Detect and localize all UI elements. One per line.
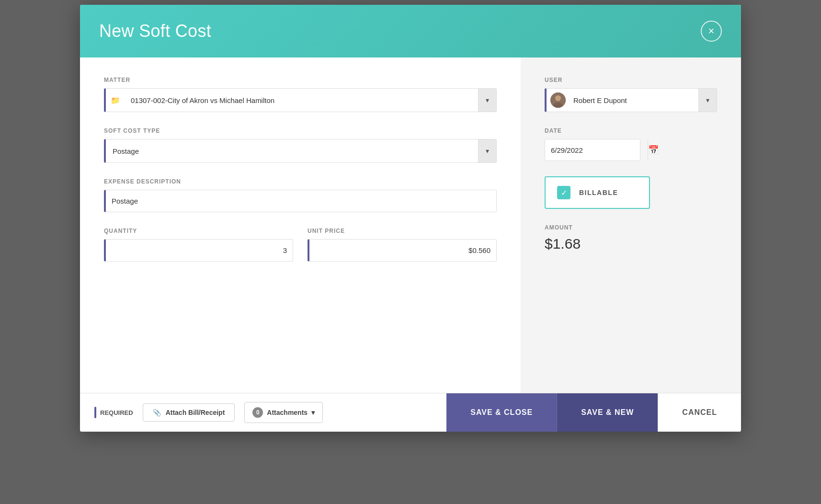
soft-cost-type-select[interactable]: Postage Copying Mileage Court Fees <box>106 140 478 162</box>
close-button[interactable]: × <box>701 21 722 42</box>
chevron-down-icon: ▾ <box>311 409 315 416</box>
date-field-group: DATE 📅 <box>545 127 717 161</box>
unit-price-label: UNIT PRICE <box>308 228 497 234</box>
modal-body: MATTER 📁 01307-002-City of Akron vs Mich… <box>80 57 741 393</box>
billable-label: BILLABLE <box>579 189 618 196</box>
date-input[interactable] <box>545 140 648 160</box>
soft-cost-type-label: SOFT COST TYPE <box>104 127 497 134</box>
user-field-group: USER Robert E Dupont ▾ <box>545 77 717 112</box>
matter-field-group: MATTER 📁 01307-002-City of Akron vs Mich… <box>104 77 497 112</box>
billable-checkmark: ✓ <box>557 186 570 199</box>
footer-right: SAVE & CLOSE SAVE & NEW CANCEL <box>446 393 741 432</box>
amount-value: $1.68 <box>545 236 717 252</box>
right-panel: USER Robert E Dupont ▾ <box>521 57 741 393</box>
modal-title: New Soft Cost <box>99 21 211 41</box>
footer-left: REQUIRED 📎 Attach Bill/Receipt 0 Attachm… <box>80 393 446 432</box>
attach-label: Attach Bill/Receipt <box>166 409 225 416</box>
left-panel: MATTER 📁 01307-002-City of Akron vs Mich… <box>80 57 521 393</box>
save-new-button[interactable]: SAVE & NEW <box>557 393 658 432</box>
matter-icon: 📁 <box>106 96 125 105</box>
user-select-wrapper: Robert E Dupont ▾ <box>545 88 717 112</box>
user-label: USER <box>545 77 717 83</box>
matter-select-wrapper: 📁 01307-002-City of Akron vs Michael Ham… <box>104 88 497 112</box>
attachments-button[interactable]: 0 Attachments ▾ <box>244 402 323 423</box>
matter-dropdown-arrow[interactable]: ▾ <box>478 89 496 112</box>
attachments-label: Attachments <box>267 409 308 416</box>
date-label: DATE <box>545 127 717 134</box>
matter-label: MATTER <box>104 77 497 83</box>
modal: New Soft Cost × MATTER 📁 01307-002-City … <box>80 5 741 432</box>
quantity-input-wrapper <box>104 239 293 262</box>
unit-price-input-wrapper <box>308 239 497 262</box>
billable-field-group: ✓ BILLABLE <box>545 176 717 209</box>
user-dropdown-arrow[interactable]: ▾ <box>698 89 717 112</box>
expense-description-input-wrapper <box>104 190 497 212</box>
paperclip-icon: 📎 <box>153 409 161 416</box>
required-label: REQUIRED <box>100 409 133 416</box>
modal-footer: REQUIRED 📎 Attach Bill/Receipt 0 Attachm… <box>80 393 741 432</box>
avatar <box>550 92 566 108</box>
expense-description-label: EXPENSE DESCRIPTION <box>104 178 497 185</box>
required-indicator-wrapper: REQUIRED <box>94 407 133 418</box>
quantity-input[interactable] <box>106 240 293 261</box>
quantity-label: QUANTITY <box>104 228 293 234</box>
attach-bill-button[interactable]: 📎 Attach Bill/Receipt <box>143 403 235 422</box>
unit-price-input[interactable] <box>309 240 496 261</box>
expense-description-field-group: EXPENSE DESCRIPTION <box>104 178 497 212</box>
quantity-field-group: QUANTITY <box>104 228 293 262</box>
date-wrapper: 📅 <box>545 139 640 161</box>
attachment-count: 0 <box>252 407 263 418</box>
modal-overlay: New Soft Cost × MATTER 📁 01307-002-City … <box>0 0 821 504</box>
amount-section: AMOUNT $1.68 <box>545 224 717 252</box>
unit-price-field-group: UNIT PRICE <box>308 228 497 262</box>
user-select[interactable]: Robert E Dupont <box>570 91 698 110</box>
save-close-button[interactable]: SAVE & CLOSE <box>446 393 557 432</box>
billable-checkbox-container[interactable]: ✓ BILLABLE <box>545 176 650 209</box>
expense-description-input[interactable] <box>106 190 496 212</box>
required-indicator <box>94 407 96 418</box>
cancel-button[interactable]: CANCEL <box>658 393 741 432</box>
calendar-button[interactable]: 📅 <box>648 139 659 160</box>
soft-cost-type-select-wrapper: Postage Copying Mileage Court Fees ▾ <box>104 139 497 163</box>
soft-cost-type-field-group: SOFT COST TYPE Postage Copying Mileage C… <box>104 127 497 163</box>
soft-cost-type-dropdown-arrow[interactable]: ▾ <box>478 139 496 162</box>
quantity-price-row: QUANTITY UNIT PRICE <box>104 228 497 277</box>
svg-point-1 <box>555 95 561 101</box>
amount-label: AMOUNT <box>545 224 717 231</box>
matter-select[interactable]: 01307-002-City of Akron vs Michael Hamil… <box>125 90 478 111</box>
modal-header: New Soft Cost × <box>80 5 741 57</box>
